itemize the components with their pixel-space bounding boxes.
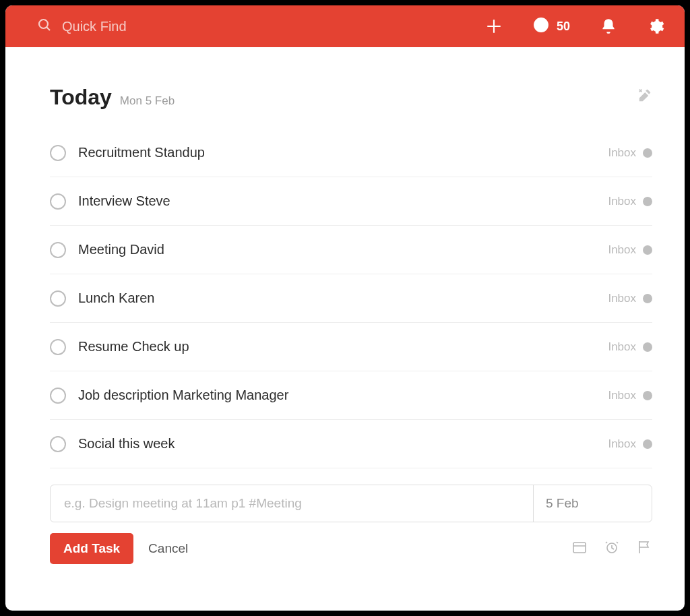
project-color-dot [643,245,652,255]
task-row[interactable]: Job description Marketing ManagerInbox [50,371,652,420]
task-option-icons [571,539,652,558]
add-task-form: 5 Feb [50,485,652,522]
task-project-label: Inbox [608,292,636,305]
task-title: Job description Marketing Manager [78,388,608,403]
app-window: Quick Find 50 Today Mon 5 Feb [5,5,685,611]
task-title: Lunch Karen [78,290,608,306]
task-row[interactable]: Lunch KarenInbox [50,274,652,323]
task-project-label: Inbox [608,195,636,208]
cancel-button[interactable]: Cancel [148,541,188,556]
task-project-label: Inbox [608,243,636,257]
project-color-dot [643,197,652,206]
project-color-dot [643,148,652,158]
project-color-dot [643,342,652,352]
task-checkbox[interactable] [50,388,66,404]
add-task-actions: Add Task Cancel [50,533,652,564]
task-checkbox[interactable] [50,193,66,210]
task-project-label: Inbox [608,146,636,160]
task-title: Social this week [78,436,608,452]
svg-rect-3 [573,543,586,553]
task-project-label: Inbox [608,340,636,354]
task-checkbox[interactable] [50,436,66,452]
priority-flag-icon[interactable] [636,539,652,558]
task-project-label: Inbox [608,437,636,451]
project-color-dot [643,391,652,400]
svg-point-0 [39,20,48,28]
task-title: Recruitment Standup [78,145,608,160]
task-row[interactable]: Interview SteveInbox [50,177,652,226]
search-placeholder: Quick Find [62,19,127,34]
task-title: Resume Check up [78,339,608,355]
task-checkbox[interactable] [50,145,66,161]
task-title-input[interactable] [51,485,533,522]
search-button[interactable]: Quick Find [36,17,127,36]
page-date: Mon 5 Feb [120,94,175,108]
notifications-button[interactable] [600,18,617,35]
due-date-value: 5 Feb [546,496,579,511]
task-checkbox[interactable] [50,290,66,307]
header-actions: 50 [485,16,664,36]
task-project-label: Inbox [608,389,636,402]
task-row[interactable]: Recruitment StandupInbox [50,129,652,177]
task-title: Meeting David [78,242,608,257]
task-title: Interview Steve [78,193,608,209]
reminder-icon[interactable] [604,539,620,558]
svg-line-1 [46,27,50,30]
project-icon[interactable] [571,539,588,558]
task-checkbox[interactable] [50,242,66,258]
main-content: Today Mon 5 Feb Recruitment StandupInbox… [5,47,685,564]
karma-button[interactable]: 50 [532,16,570,36]
task-checkbox[interactable] [50,339,66,355]
add-task-button[interactable]: Add Task [50,533,133,564]
project-color-dot [643,294,652,303]
task-list: Recruitment StandupInboxInterview SteveI… [50,129,652,468]
task-row[interactable]: Social this weekInbox [50,420,652,468]
page-title: Today [50,85,112,110]
karma-icon [532,16,550,36]
app-header: Quick Find 50 [5,5,685,47]
page-title-row: Today Mon 5 Feb [50,85,652,110]
task-row[interactable]: Resume Check upInbox [50,323,652,371]
search-icon [36,17,53,36]
view-options-button[interactable] [637,88,652,105]
project-color-dot [643,439,652,449]
quick-add-button[interactable] [485,18,503,35]
settings-button[interactable] [647,18,664,35]
due-date-picker[interactable]: 5 Feb [533,485,652,522]
karma-count: 50 [557,20,570,34]
task-row[interactable]: Meeting DavidInbox [50,226,652,274]
